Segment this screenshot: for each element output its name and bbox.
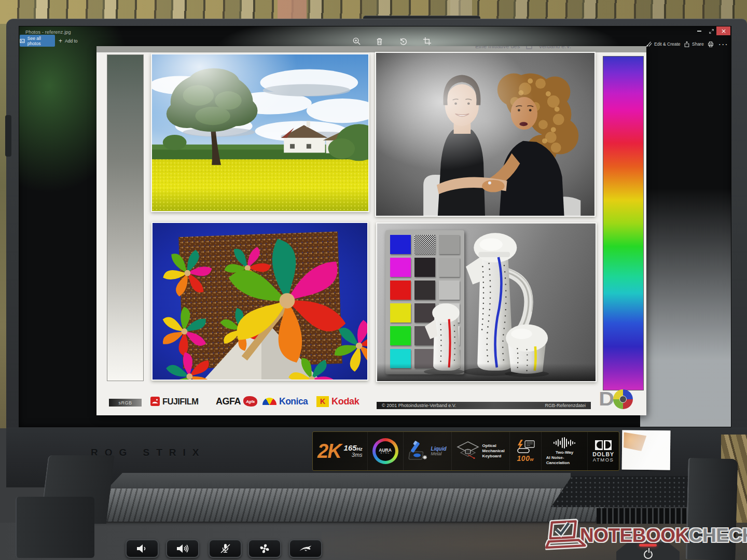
- watt-value: 100: [517, 454, 530, 463]
- konica-rainbow-icon: [262, 398, 276, 405]
- rog-logo-icon: [299, 543, 312, 554]
- rotate-button[interactable]: [397, 35, 409, 47]
- hotkey-volume-up[interactable]: [166, 539, 199, 558]
- agfa-rhombus-icon: Agfa: [243, 396, 257, 407]
- atmos-label: ATMOS: [593, 457, 614, 463]
- photos-icon: [20, 38, 25, 44]
- dq-letter: D: [599, 388, 613, 410]
- share-icon: [684, 41, 690, 47]
- minimize-button[interactable]: [695, 27, 703, 35]
- konica-wordmark: Konica: [279, 396, 308, 407]
- refresh-value: 165: [344, 443, 357, 452]
- dq-logo: D: [600, 388, 633, 410]
- kb-line2: Mechanical: [482, 449, 505, 454]
- hotkey-fan-mode[interactable]: [248, 539, 281, 558]
- kb-line3: Keyboard: [482, 454, 505, 459]
- see-all-photos-button[interactable]: See all photos: [20, 35, 55, 47]
- bezel-side-ridge: [5, 115, 11, 157]
- close-button[interactable]: [716, 26, 730, 35]
- hinge-rib-bar: [68, 488, 604, 522]
- hotkey-mic-mute[interactable]: [209, 539, 242, 558]
- edit-icon: [646, 41, 652, 47]
- dolby-label: DOLBY: [592, 452, 614, 457]
- portrait-illustration: [376, 53, 594, 216]
- copyright-bar: © 2001 Photoindustrie-Verband e.V. RGB-R…: [377, 402, 591, 409]
- spec-resolution: 2K 165Hz 3ms: [313, 432, 367, 470]
- add-to-button[interactable]: + Add to: [56, 35, 81, 47]
- noise-cancelation-icon: [552, 437, 576, 449]
- edit-create-label: Edit & Create: [654, 41, 681, 47]
- notebookcheck-watermark: NOTEBOOK CHECK: [545, 519, 747, 553]
- quadrant-landscape: [151, 53, 369, 212]
- grayscale-gradient-bar: [107, 54, 144, 381]
- verband-logo-icon: [526, 46, 532, 49]
- spec-power-delivery: 100w: [509, 432, 541, 470]
- quadrant-portrait: [375, 52, 596, 217]
- crop-button[interactable]: [421, 35, 433, 47]
- fan-icon: [258, 543, 271, 554]
- spec-noise-cancelation: Two-Way AI Noise-Cancelation: [541, 432, 588, 470]
- agfa-wordmark: AGFA: [216, 396, 241, 407]
- sync-label: SYNC: [380, 452, 390, 455]
- speaker-grille: [551, 476, 700, 507]
- metal-label: Metal: [431, 452, 447, 456]
- fast-charge-icon: [515, 440, 536, 453]
- laptop-screen: Photos - referenz.jpg See all photos + A…: [19, 26, 731, 427]
- rainbow-gradient-bar: [603, 56, 644, 390]
- plus-icon: +: [59, 37, 62, 45]
- header-text-left: Eine Initiative des: [475, 46, 520, 49]
- aura-sync-icon: AURA SYNC: [372, 438, 398, 464]
- more-options-button[interactable]: • • •: [719, 39, 727, 49]
- resolution-text: 2K: [317, 440, 341, 463]
- response-time: 3ms: [352, 452, 363, 458]
- share-button[interactable]: Share: [684, 39, 704, 49]
- reference-label: RGB-Referenzdatei: [545, 403, 586, 408]
- trash-icon: [375, 37, 384, 46]
- mechanical-keyboard-icon: [457, 441, 479, 461]
- screen-glare-right: [640, 188, 731, 427]
- spec-sticker: 2K 165Hz 3ms AURA SYNC Liquid Metal: [312, 431, 619, 471]
- small-pot: [425, 303, 461, 371]
- quadrant-color-checker: [376, 222, 597, 382]
- agfa-script: Agfa: [246, 399, 255, 404]
- agfa-logo: AGFA Agfa: [216, 396, 257, 407]
- nc-line2: AI Noise-Cancelation: [546, 455, 583, 466]
- volume-up-icon: [176, 543, 189, 554]
- share-label: Share: [692, 41, 704, 47]
- print-button[interactable]: [708, 39, 714, 49]
- liquid-metal-icon: [408, 440, 428, 462]
- refresh-unit: Hz: [357, 446, 363, 452]
- copyright-text: © 2001 Photoindustrie-Verband e.V.: [382, 403, 456, 408]
- reference-image: Eine Initiative des Verband e.V.: [96, 46, 646, 415]
- watermark-notebook: NOTEBOOK: [580, 525, 689, 547]
- zoom-button[interactable]: [350, 35, 363, 47]
- printer-icon: [708, 41, 714, 47]
- fujifilm-logo: FUJIFILM: [150, 396, 198, 407]
- header-text-right: Verband e.V.: [538, 46, 571, 49]
- hotkey-volume-down[interactable]: [126, 539, 159, 558]
- minimize-icon: [697, 31, 701, 32]
- cpu-sticker: [622, 430, 671, 470]
- landscape-illustration: [152, 54, 368, 211]
- spec-aura-sync: AURA SYNC: [367, 432, 403, 470]
- kb-line1: Optical: [482, 443, 505, 449]
- zoom-in-icon: [352, 37, 361, 46]
- porcelain-pots-illustration: [376, 222, 593, 379]
- add-to-label: Add to: [65, 38, 78, 44]
- crop-icon: [423, 37, 432, 46]
- edit-create-button[interactable]: Edit & Create: [646, 39, 681, 49]
- notebookcheck-laptop-icon: [544, 517, 589, 554]
- restore-button[interactable]: [707, 27, 715, 35]
- see-all-photos-label: See all photos: [27, 36, 55, 46]
- nc-line1: Two-Way: [556, 450, 573, 455]
- fujifilm-wordmark: FUJIFILM: [162, 397, 198, 407]
- watt-unit: w: [530, 457, 534, 462]
- spec-keyboard: Optical Mechanical Keyboard: [451, 432, 509, 470]
- mic-mute-icon: [219, 543, 231, 554]
- delete-button[interactable]: [373, 35, 385, 47]
- quadrant-pinwheels: [151, 222, 368, 381]
- fujifilm-icon: [150, 397, 160, 406]
- kodak-logo: K Kodak: [316, 396, 359, 407]
- hotkey-rog-armoury[interactable]: [289, 539, 322, 558]
- left-hinge-base: [16, 497, 94, 558]
